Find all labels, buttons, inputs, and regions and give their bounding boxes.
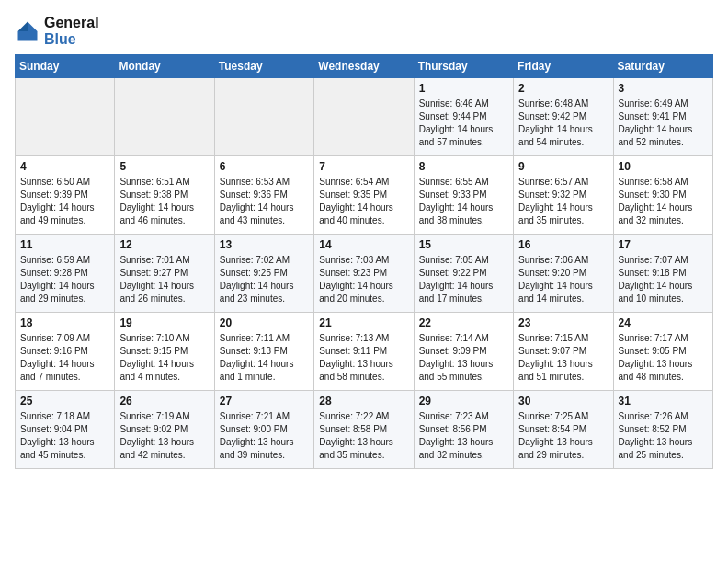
calendar-cell: 7Sunrise: 6:54 AM Sunset: 9:35 PM Daylig… xyxy=(314,156,414,235)
cell-info: Sunrise: 6:48 AM Sunset: 9:42 PM Dayligh… xyxy=(518,98,608,149)
calendar-cell xyxy=(115,78,214,156)
calendar-cell: 22Sunrise: 7:14 AM Sunset: 9:09 PM Dayli… xyxy=(414,313,513,391)
calendar-cell: 11Sunrise: 6:59 AM Sunset: 9:28 PM Dayli… xyxy=(16,235,115,313)
cell-date: 15 xyxy=(419,238,508,251)
weekday-row: SundayMondayTuesdayWednesdayThursdayFrid… xyxy=(16,55,713,78)
calendar-table: SundayMondayTuesdayWednesdayThursdayFrid… xyxy=(15,54,713,469)
cell-date: 26 xyxy=(119,395,209,408)
cell-info: Sunrise: 6:46 AM Sunset: 9:44 PM Dayligh… xyxy=(419,98,508,149)
cell-info: Sunrise: 6:53 AM Sunset: 9:36 PM Dayligh… xyxy=(220,176,309,227)
cell-date: 25 xyxy=(20,395,109,408)
cell-info: Sunrise: 7:07 AM Sunset: 9:18 PM Dayligh… xyxy=(619,254,708,305)
cell-info: Sunrise: 7:05 AM Sunset: 9:22 PM Dayligh… xyxy=(419,254,508,305)
cell-info: Sunrise: 6:49 AM Sunset: 9:41 PM Dayligh… xyxy=(619,98,708,149)
cell-date: 30 xyxy=(518,395,608,408)
cell-date: 2 xyxy=(518,82,608,95)
week-row-2: 4Sunrise: 6:50 AM Sunset: 9:39 PM Daylig… xyxy=(16,156,713,235)
calendar-cell: 16Sunrise: 7:06 AM Sunset: 9:20 PM Dayli… xyxy=(514,235,613,313)
cell-date: 7 xyxy=(319,160,408,173)
cell-info: Sunrise: 7:02 AM Sunset: 9:25 PM Dayligh… xyxy=(220,254,309,305)
calendar-cell: 26Sunrise: 7:19 AM Sunset: 9:02 PM Dayli… xyxy=(115,391,214,469)
cell-info: Sunrise: 7:13 AM Sunset: 9:11 PM Dayligh… xyxy=(319,332,408,384)
cell-date: 28 xyxy=(319,395,408,408)
cell-info: Sunrise: 6:51 AM Sunset: 9:38 PM Dayligh… xyxy=(119,176,209,227)
cell-date: 4 xyxy=(20,160,109,173)
cell-info: Sunrise: 7:25 AM Sunset: 8:54 PM Dayligh… xyxy=(518,410,608,462)
cell-date: 3 xyxy=(619,82,708,95)
week-row-5: 25Sunrise: 7:18 AM Sunset: 9:04 PM Dayli… xyxy=(16,391,713,469)
calendar-body: 1Sunrise: 6:46 AM Sunset: 9:44 PM Daylig… xyxy=(16,78,713,469)
calendar-cell: 14Sunrise: 7:03 AM Sunset: 9:23 PM Dayli… xyxy=(314,235,414,313)
weekday-header-wednesday: Wednesday xyxy=(314,55,414,78)
calendar-cell: 13Sunrise: 7:02 AM Sunset: 9:25 PM Dayli… xyxy=(214,235,313,313)
week-row-4: 18Sunrise: 7:09 AM Sunset: 9:16 PM Dayli… xyxy=(16,313,713,391)
calendar-cell: 20Sunrise: 7:11 AM Sunset: 9:13 PM Dayli… xyxy=(214,313,313,391)
logo-text: General Blue xyxy=(44,15,99,47)
weekday-header-thursday: Thursday xyxy=(414,55,513,78)
cell-date: 8 xyxy=(419,160,508,173)
logo-icon xyxy=(15,18,40,44)
calendar-cell: 6Sunrise: 6:53 AM Sunset: 9:36 PM Daylig… xyxy=(214,156,313,235)
cell-info: Sunrise: 7:18 AM Sunset: 9:04 PM Dayligh… xyxy=(20,410,109,462)
cell-info: Sunrise: 6:55 AM Sunset: 9:33 PM Dayligh… xyxy=(419,176,508,227)
cell-date: 11 xyxy=(20,238,109,251)
cell-info: Sunrise: 7:14 AM Sunset: 9:09 PM Dayligh… xyxy=(419,332,508,384)
calendar-cell: 15Sunrise: 7:05 AM Sunset: 9:22 PM Dayli… xyxy=(414,235,513,313)
cell-date: 22 xyxy=(419,316,508,329)
calendar-cell: 25Sunrise: 7:18 AM Sunset: 9:04 PM Dayli… xyxy=(16,391,115,469)
cell-info: Sunrise: 6:54 AM Sunset: 9:35 PM Dayligh… xyxy=(319,176,408,227)
cell-info: Sunrise: 6:50 AM Sunset: 9:39 PM Dayligh… xyxy=(20,176,109,227)
calendar-cell: 2Sunrise: 6:48 AM Sunset: 9:42 PM Daylig… xyxy=(514,78,613,156)
cell-info: Sunrise: 7:22 AM Sunset: 8:58 PM Dayligh… xyxy=(319,410,408,462)
cell-info: Sunrise: 7:21 AM Sunset: 9:00 PM Dayligh… xyxy=(220,410,309,462)
week-row-3: 11Sunrise: 6:59 AM Sunset: 9:28 PM Dayli… xyxy=(16,235,713,313)
calendar-cell: 17Sunrise: 7:07 AM Sunset: 9:18 PM Dayli… xyxy=(613,235,712,313)
cell-info: Sunrise: 7:17 AM Sunset: 9:05 PM Dayligh… xyxy=(619,332,708,384)
cell-date: 27 xyxy=(220,395,309,408)
cell-date: 13 xyxy=(220,238,309,251)
cell-date: 6 xyxy=(220,160,309,173)
cell-info: Sunrise: 7:01 AM Sunset: 9:27 PM Dayligh… xyxy=(119,254,209,305)
week-row-1: 1Sunrise: 6:46 AM Sunset: 9:44 PM Daylig… xyxy=(16,78,713,156)
cell-date: 29 xyxy=(419,395,508,408)
calendar-cell: 18Sunrise: 7:09 AM Sunset: 9:16 PM Dayli… xyxy=(16,313,115,391)
calendar-cell: 27Sunrise: 7:21 AM Sunset: 9:00 PM Dayli… xyxy=(214,391,313,469)
calendar-cell: 8Sunrise: 6:55 AM Sunset: 9:33 PM Daylig… xyxy=(414,156,513,235)
calendar-cell: 9Sunrise: 6:57 AM Sunset: 9:32 PM Daylig… xyxy=(514,156,613,235)
cell-info: Sunrise: 6:58 AM Sunset: 9:30 PM Dayligh… xyxy=(619,176,708,227)
cell-date: 5 xyxy=(119,160,209,173)
calendar-cell: 1Sunrise: 6:46 AM Sunset: 9:44 PM Daylig… xyxy=(414,78,513,156)
calendar-cell: 31Sunrise: 7:26 AM Sunset: 8:52 PM Dayli… xyxy=(613,391,712,469)
cell-info: Sunrise: 7:19 AM Sunset: 9:02 PM Dayligh… xyxy=(119,410,209,462)
calendar-cell: 5Sunrise: 6:51 AM Sunset: 9:38 PM Daylig… xyxy=(115,156,214,235)
cell-date: 1 xyxy=(419,82,508,95)
svg-rect-3 xyxy=(18,31,38,41)
calendar-cell: 10Sunrise: 6:58 AM Sunset: 9:30 PM Dayli… xyxy=(613,156,712,235)
page-header: General Blue xyxy=(15,15,713,47)
calendar-cell xyxy=(314,78,414,156)
cell-date: 9 xyxy=(518,160,608,173)
cell-date: 16 xyxy=(518,238,608,251)
cell-info: Sunrise: 7:09 AM Sunset: 9:16 PM Dayligh… xyxy=(20,332,109,384)
weekday-header-monday: Monday xyxy=(115,55,214,78)
cell-date: 18 xyxy=(20,316,109,329)
calendar-cell: 30Sunrise: 7:25 AM Sunset: 8:54 PM Dayli… xyxy=(514,391,613,469)
cell-date: 14 xyxy=(319,238,408,251)
cell-date: 21 xyxy=(319,316,408,329)
cell-date: 24 xyxy=(619,316,708,329)
calendar-cell: 28Sunrise: 7:22 AM Sunset: 8:58 PM Dayli… xyxy=(314,391,414,469)
weekday-header-tuesday: Tuesday xyxy=(214,55,313,78)
cell-info: Sunrise: 6:57 AM Sunset: 9:32 PM Dayligh… xyxy=(518,176,608,227)
calendar-header: SundayMondayTuesdayWednesdayThursdayFrid… xyxy=(16,55,713,78)
weekday-header-saturday: Saturday xyxy=(613,55,712,78)
calendar-cell: 21Sunrise: 7:13 AM Sunset: 9:11 PM Dayli… xyxy=(314,313,414,391)
cell-info: Sunrise: 7:10 AM Sunset: 9:15 PM Dayligh… xyxy=(119,332,209,384)
cell-date: 12 xyxy=(119,238,209,251)
cell-info: Sunrise: 7:23 AM Sunset: 8:56 PM Dayligh… xyxy=(419,410,508,462)
calendar-cell: 19Sunrise: 7:10 AM Sunset: 9:15 PM Dayli… xyxy=(115,313,214,391)
weekday-header-friday: Friday xyxy=(514,55,613,78)
cell-info: Sunrise: 6:59 AM Sunset: 9:28 PM Dayligh… xyxy=(20,254,109,305)
calendar-cell: 12Sunrise: 7:01 AM Sunset: 9:27 PM Dayli… xyxy=(115,235,214,313)
cell-date: 10 xyxy=(619,160,708,173)
weekday-header-sunday: Sunday xyxy=(16,55,115,78)
